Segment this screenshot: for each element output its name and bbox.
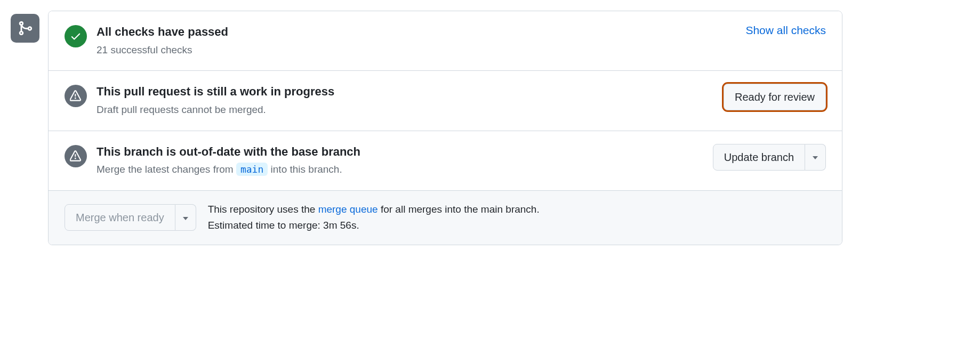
update-branch-button[interactable]: Update branch: [713, 144, 805, 171]
git-merge-icon: [17, 20, 33, 36]
merge-info-post: for all merges into the main branch.: [378, 204, 540, 215]
outdated-subtitle: Merge the latest changes from main into …: [97, 162, 703, 177]
merge-when-ready-button[interactable]: Merge when ready: [65, 204, 175, 231]
draft-title: This pull request is still a work in pro…: [97, 84, 714, 100]
outdated-text-pre: Merge the latest changes from: [97, 164, 236, 175]
alert-icon: [65, 85, 87, 107]
check-success-icon: [65, 25, 87, 47]
merge-footer: Merge when ready This repository uses th…: [49, 191, 842, 245]
alert-icon: [65, 145, 87, 167]
checks-subtitle: 21 successful checks: [97, 43, 736, 58]
checks-title: All checks have passed: [97, 24, 736, 41]
checks-section: All checks have passed 21 successful che…: [49, 11, 842, 71]
outdated-title: This branch is out-of-date with the base…: [97, 144, 703, 160]
merge-queue-link[interactable]: merge queue: [318, 204, 378, 215]
ready-for-review-button[interactable]: Ready for review: [724, 84, 826, 110]
merge-info-text: This repository uses the merge queue for…: [208, 201, 540, 234]
merge-dropdown-button[interactable]: [175, 204, 196, 231]
outdated-text-post: into this branch.: [268, 164, 342, 175]
draft-subtitle: Draft pull requests cannot be merged.: [97, 102, 714, 118]
caret-down-icon: [183, 217, 188, 220]
outdated-section: This branch is out-of-date with the base…: [49, 131, 842, 191]
merge-status-box: All checks have passed 21 successful che…: [48, 11, 842, 245]
draft-section: This pull request is still a work in pro…: [49, 71, 842, 131]
merge-estimate: Estimated time to merge: 3m 56s.: [208, 220, 359, 231]
show-all-checks-link[interactable]: Show all checks: [745, 24, 826, 37]
base-branch-tag: main: [236, 163, 268, 176]
update-branch-dropdown-button[interactable]: [805, 144, 826, 171]
merge-info-pre: This repository uses the: [208, 204, 318, 215]
git-merge-badge: [11, 14, 39, 43]
caret-down-icon: [813, 156, 818, 159]
